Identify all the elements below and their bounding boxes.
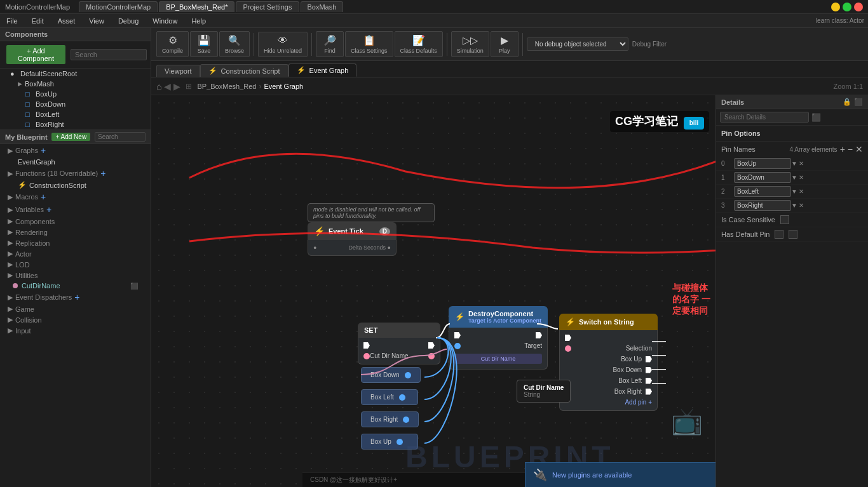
- add-component-button[interactable]: + Add Component: [6, 45, 65, 64]
- destroy-exec-out[interactable]: [536, 332, 542, 338]
- pin-clear-2[interactable]: ✕: [799, 188, 804, 195]
- switch-on-string-node[interactable]: ⚡ Switch on String Selection: [559, 314, 658, 411]
- graphs-section[interactable]: ▶ Graphs +: [0, 144, 151, 157]
- lod-section[interactable]: ▶ LOD: [0, 259, 151, 270]
- menu-debug[interactable]: Debug: [116, 16, 141, 26]
- breadcrumb-back[interactable]: ◀: [164, 81, 171, 91]
- breadcrumb-event-graph[interactable]: Event Graph: [264, 83, 303, 90]
- tab-boxmash[interactable]: BoxMash: [301, 1, 344, 12]
- switch-boxup-out[interactable]: [646, 356, 652, 363]
- variables-section[interactable]: ▶ Variables +: [0, 203, 151, 216]
- debug-filter-select[interactable]: No debug object selected: [527, 37, 628, 51]
- breadcrumb-home-icon[interactable]: ⌂: [156, 81, 161, 91]
- menu-help[interactable]: Help: [189, 16, 208, 26]
- hide-unrelated-button[interactable]: 👁 Hide Unrelated: [258, 32, 308, 57]
- details-lock-icon[interactable]: 🔒: [843, 98, 851, 106]
- box-left-button[interactable]: Box Left: [361, 389, 418, 405]
- menu-view[interactable]: View: [86, 16, 107, 26]
- menu-window[interactable]: Window: [150, 16, 180, 26]
- minimize-button[interactable]: [831, 3, 840, 11]
- cut-dir-name-variable[interactable]: CutDirName ⬛: [0, 281, 151, 291]
- class-defaults-button[interactable]: 📝 Class Defaults: [395, 31, 443, 57]
- viewport-tab[interactable]: Viewport: [156, 65, 200, 77]
- construction-script-tab[interactable]: ⚡ Construction Script: [200, 64, 288, 77]
- clear-array-button[interactable]: ✕: [855, 144, 863, 154]
- event-graph-item[interactable]: EventGraph: [0, 157, 151, 167]
- collision-section[interactable]: ▶ Collision: [0, 314, 151, 325]
- pin-value-0[interactable]: [734, 158, 791, 169]
- breadcrumb-blueprint[interactable]: BP_BoxMesh_Red: [197, 83, 256, 90]
- add-dispatcher-button[interactable]: +: [74, 292, 79, 302]
- remove-array-button[interactable]: −: [848, 144, 853, 154]
- compile-button[interactable]: ⚙ Compile: [156, 31, 189, 57]
- menu-asset[interactable]: Asset: [55, 16, 78, 26]
- plugins-banner[interactable]: 🔌 New plugins are available: [525, 462, 715, 487]
- pin-down-2[interactable]: ▼: [791, 188, 797, 195]
- add-pin-button[interactable]: Add pin +: [625, 399, 652, 406]
- pin-clear-1[interactable]: ✕: [799, 174, 804, 181]
- switch-boxright-out[interactable]: [646, 389, 652, 395]
- cut-dir-name-out-pin[interactable]: [363, 353, 370, 359]
- set-exec-out-pin[interactable]: [428, 342, 435, 349]
- replication-section[interactable]: ▶ Replication: [0, 237, 151, 248]
- pin-value-1[interactable]: [734, 172, 791, 183]
- find-button[interactable]: 🔎 Find: [316, 31, 344, 57]
- details-expand-icon[interactable]: ⬛: [854, 98, 863, 106]
- tab-motioncontroller[interactable]: MotionControllerMap: [79, 1, 158, 12]
- rendering-section[interactable]: ▶ Rendering: [0, 227, 151, 237]
- add-graph-button[interactable]: +: [41, 145, 46, 156]
- game-section[interactable]: ▶ Game: [0, 304, 151, 314]
- cut-dir-name-in-pin[interactable]: [428, 353, 435, 359]
- details-filter-icon[interactable]: ⬛: [811, 113, 821, 122]
- pin-down-3[interactable]: ▼: [791, 202, 797, 209]
- blueprint-canvas[interactable]: ⚡ Event Tick D ● Delta Seconds ● mode is…: [151, 95, 715, 487]
- pin-down-0[interactable]: ▼: [791, 160, 797, 167]
- play-button[interactable]: ▶ Play: [491, 31, 519, 57]
- box-right-button[interactable]: Box Right: [361, 411, 419, 427]
- destroy-component-node[interactable]: ⚡ DestroyComponent Target is Actor Compo…: [449, 306, 548, 370]
- switch-addpin[interactable]: Add pin +: [560, 397, 657, 408]
- default-pin-checkbox-2[interactable]: [789, 230, 797, 239]
- construction-script-item[interactable]: ⚡ ConstructionScript: [0, 180, 151, 190]
- switch-boxdown-out[interactable]: [646, 367, 652, 373]
- switch-selection-pin-dot[interactable]: [565, 345, 571, 352]
- my-blueprint-header[interactable]: My Blueprint + Add New: [0, 130, 151, 144]
- blueprint-search-input[interactable]: [95, 132, 146, 142]
- tab-bp-boxmesh[interactable]: BP_BoxMesh_Red*: [159, 1, 234, 12]
- input-section[interactable]: ▶ Input: [0, 325, 151, 336]
- browse-button[interactable]: 🔍 Browse: [219, 31, 250, 57]
- components-search-input[interactable]: [71, 49, 147, 60]
- save-button[interactable]: 💾 Save: [190, 31, 218, 57]
- maximize-button[interactable]: [843, 3, 851, 11]
- functions-section[interactable]: ▶ Functions (18 Overridable) +: [0, 167, 151, 180]
- components-sub-section[interactable]: ▶ Components: [0, 216, 151, 227]
- tree-item-boxleft[interactable]: □ BoxLeft: [0, 109, 151, 119]
- pin-value-3[interactable]: [734, 200, 791, 211]
- tree-item-boxright[interactable]: □ BoxRight: [0, 119, 151, 130]
- tree-item-boxup[interactable]: □ BoxUp: [0, 89, 151, 99]
- default-pin-checkbox[interactable]: [775, 230, 783, 239]
- menu-file[interactable]: File: [4, 16, 20, 26]
- tab-project-settings[interactable]: Project Settings: [236, 1, 299, 12]
- pin-clear-0[interactable]: ✕: [799, 160, 804, 167]
- breadcrumb-forward[interactable]: ▶: [173, 81, 180, 91]
- simulation-button[interactable]: ▷▷ Simulation: [451, 31, 489, 57]
- macros-section[interactable]: ▶ Macros +: [0, 190, 151, 203]
- tree-item-boxmash[interactable]: ▶ BoxMash: [0, 79, 151, 89]
- add-new-button[interactable]: + Add New: [51, 133, 90, 141]
- box-down-button[interactable]: Box Down: [361, 367, 421, 383]
- details-search-input[interactable]: [720, 112, 809, 123]
- actor-section[interactable]: ▶ Actor: [0, 248, 151, 259]
- case-sensitive-checkbox[interactable]: [780, 215, 789, 224]
- pin-value-2[interactable]: [734, 186, 791, 197]
- destroy-target-pin-dot[interactable]: [454, 343, 461, 349]
- switch-exec-in[interactable]: [565, 335, 571, 341]
- utilities-section[interactable]: ▶ Utilities: [0, 270, 151, 281]
- set-exec-in-pin[interactable]: [363, 342, 370, 349]
- add-variable-button[interactable]: +: [46, 204, 51, 215]
- destroy-exec-in[interactable]: [454, 332, 461, 338]
- menu-edit[interactable]: Edit: [29, 16, 46, 26]
- event-tick-node[interactable]: ⚡ Event Tick D ● Delta Seconds ●: [308, 222, 397, 256]
- event-dispatchers-section[interactable]: ▶ Event Dispatchers +: [0, 291, 151, 304]
- set-node[interactable]: SET Cut Dir Name: [358, 323, 440, 364]
